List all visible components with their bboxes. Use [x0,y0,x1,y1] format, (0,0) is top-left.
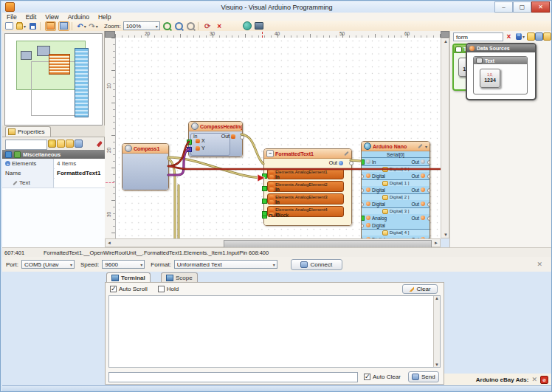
send-input[interactable] [108,372,358,382]
user-filter-button[interactable]: ▾ [515,32,525,41]
nano-serial-in-pin[interactable] [362,159,365,165]
ftext-element-in-pin[interactable] [262,173,267,179]
component-compass1[interactable]: Compass1 ⊓⊔Clock Out X Y Z [122,143,169,190]
connect-button[interactable]: Connect [291,259,342,270]
port-select[interactable]: COM5 (Unav▾ [21,260,75,269]
nano-digital-out-pin[interactable] [427,202,429,207]
ftext-element-in-pin[interactable] [262,211,267,216]
menu-arduino[interactable]: Arduino [68,13,89,21]
open-project-button[interactable]: ▾ [16,22,26,30]
scroll-up-arrow[interactable]: ▲ [444,39,448,44]
property-group-header[interactable]: Miscellaneous [2,150,105,159]
delete-button[interactable]: × [215,22,224,30]
ads-block-icon[interactable]: ⊘ [540,376,548,384]
heading-y-pin[interactable] [187,147,192,152]
scroll-down-arrow[interactable]: ▼ [444,233,448,237]
ftext-element[interactable]: Elements.AnalogElement3In [267,193,344,204]
zoom-select[interactable]: 100%▾ [123,21,160,30]
wrench-icon[interactable] [418,144,422,148]
menu-help[interactable]: Help [98,13,111,21]
tab-scope[interactable]: Scope [161,272,198,283]
ftext-element[interactable]: Elements.AnalogElement2In [267,181,344,192]
nano-digital-in-pin[interactable] [362,202,364,207]
scroll-left-arrow[interactable]: ◄ [107,241,111,245]
minimap[interactable] [4,33,103,125]
expand-all-button[interactable] [57,140,65,148]
heading-x-pin[interactable] [187,140,192,145]
canvas-horizontal-scrollbar[interactable]: ◄ ► [105,238,441,247]
hold-checkbox[interactable] [158,286,165,292]
heading-out-pin[interactable] [240,135,244,140]
data-sources-header[interactable]: Data Sources [467,44,535,52]
compile-button[interactable] [243,22,252,30]
collapse-icon[interactable]: − [266,150,274,157]
refresh-button[interactable]: ⟳ [203,22,213,30]
nano-digital-out-pin[interactable] [427,216,429,221]
nano-digital-in-pin[interactable] [362,224,364,228]
upload-button[interactable] [255,22,264,30]
property-value-cell[interactable] [55,178,105,188]
tab-terminal[interactable]: Terminal [106,272,151,283]
ftext-out-pin[interactable] [349,161,353,165]
output-scroll-down[interactable]: ▼ [435,362,439,367]
ftext-element-in-pin[interactable] [262,186,267,191]
property-row[interactable]: +Elements4 Items [2,159,105,169]
menu-edit[interactable]: Edit [26,13,37,21]
zoom-reset-button[interactable] [186,22,196,30]
property-value-cell[interactable]: FormattedText1 [55,168,105,178]
palette-window-data-sources[interactable]: Data Sources Text 1,0, 1234 [466,43,537,100]
menu-view[interactable]: View [45,13,58,21]
palette-search-input[interactable]: form [453,32,503,41]
output-scrollbar[interactable]: ▲ ▼ [433,296,440,367]
zoom-out-button[interactable] [174,22,184,30]
property-filter-input[interactable] [5,140,47,150]
palette-new-button[interactable] [527,32,535,41]
nano-serial-out-pin[interactable] [427,160,429,165]
nano-digital-in-pin[interactable] [362,174,364,179]
format-select[interactable]: Unformatted Text▾ [174,260,277,269]
undo-button[interactable]: ↶▾ [77,22,86,30]
nano-header[interactable]: Arduino Nano ▾ [362,142,429,151]
nano-digital-out-pin[interactable] [427,188,429,193]
pin-panel-button[interactable] [95,140,103,148]
output-scroll-up[interactable]: ▲ [435,296,439,300]
component-arduino-nano[interactable]: Arduino Nano ▾ Serial[0]InOutDigital[ 0 … [361,141,430,238]
ftext-element[interactable]: Elements.AnalogElement1In [267,168,344,179]
component-compassheading1[interactable]: CompassHeading1 In X Y Out [188,121,243,157]
save-project-button[interactable] [28,22,38,30]
tab-properties[interactable]: Properties [5,126,51,137]
terminal-output[interactable]: ▲ ▼ [108,295,441,368]
property-row[interactable]: Text [2,178,105,188]
send-button[interactable]: Send [408,371,439,382]
speed-select[interactable]: 9600▾ [102,260,145,269]
clear-button[interactable]: Clear [402,284,438,294]
ftext-element-in-pin[interactable] [262,199,267,204]
scroll-right-arrow[interactable]: ► [434,241,438,245]
maximize-button[interactable]: ▢ [513,1,531,13]
category-view-button[interactable] [75,140,83,148]
toggle-panel-button[interactable] [45,21,56,31]
filter-highlight-button[interactable] [48,140,56,148]
palette-open-button[interactable] [535,32,543,41]
auto-clear-checkbox[interactable] [364,374,370,380]
property-value-cell[interactable]: 4 Items [55,159,105,168]
zoom-in-button[interactable] [162,22,172,30]
nano-digital-out-pin[interactable] [427,174,429,179]
redo-button[interactable]: ↷▾ [89,22,98,30]
property-row[interactable]: NameFormattedText1 [2,168,105,179]
compassheading1-header[interactable]: CompassHeading1 [189,122,242,131]
terminal-tools-icon[interactable]: ✕ [537,261,542,268]
minimize-button[interactable]: – [494,1,513,13]
collapse-all-button[interactable] [66,140,74,148]
new-project-button[interactable] [4,22,14,30]
design-canvas[interactable]: Compass1 ⊓⊔Clock Out X Y Z CompassHeadin… [115,38,441,238]
text-source-component-item[interactable]: 1,0, 1234 [480,69,500,88]
close-button[interactable]: ✕ [531,1,550,13]
compass1-header[interactable]: Compass1 [123,144,168,154]
wrench-icon[interactable] [344,151,348,156]
ads-tools-icon[interactable]: ✕ [531,376,537,383]
data-sources-text-group[interactable]: Text 1,0, 1234 [473,56,528,94]
canvas-vertical-scrollbar[interactable]: ▲ ▼ [441,38,449,238]
menu-file[interactable]: File [7,13,17,21]
formattedtext1-header[interactable]: − FormattedText1 [264,149,351,159]
